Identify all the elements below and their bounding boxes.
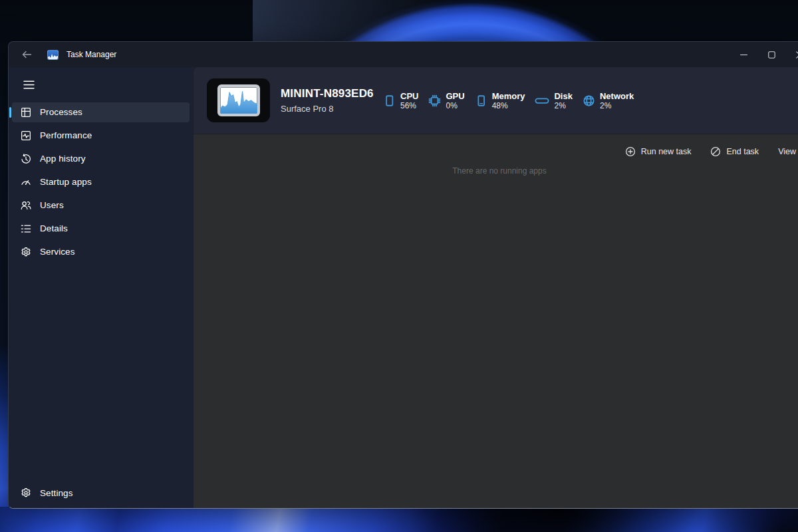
device-header: MININT-N893ED6 Surface Pro 8 CPU 56% — [194, 67, 798, 134]
device-info: MININT-N893ED6 Surface Pro 8 — [281, 87, 375, 114]
cpu-icon — [383, 94, 396, 107]
gpu-icon — [428, 94, 441, 107]
network-globe-icon — [583, 94, 595, 107]
window-title: Task Manager — [66, 50, 116, 59]
stat-cpu: CPU 56% — [383, 91, 418, 110]
titlebar: Task Manager — [9, 42, 798, 67]
sidebar-item-label: Processes — [40, 107, 82, 117]
sidebar-item-services[interactable]: Services — [12, 242, 190, 262]
plus-circle-icon — [625, 146, 636, 157]
sidebar-item-label: Settings — [40, 488, 73, 498]
minimize-icon — [740, 51, 747, 59]
sidebar-item-startup-apps[interactable]: Startup apps — [12, 172, 190, 192]
app-history-clock-icon — [21, 154, 31, 164]
wallpaper-bottom-waves — [0, 507, 798, 532]
sidebar-item-app-history[interactable]: App history — [12, 149, 190, 169]
sidebar-spacer — [9, 263, 194, 481]
run-new-task-button[interactable]: Run new task — [620, 144, 697, 160]
sidebar-item-users[interactable]: Users — [12, 196, 190, 215]
stat-network: Network 2% — [583, 91, 634, 110]
view-button[interactable]: View — [773, 144, 798, 159]
sidebar-item-label: Startup apps — [40, 177, 92, 187]
device-model: Surface Pro 8 — [281, 104, 375, 114]
monitor-chart-icon — [217, 84, 260, 116]
sidebar-item-processes[interactable]: Processes — [12, 102, 190, 122]
sidebar-item-details[interactable]: Details — [12, 219, 190, 239]
task-manager-app-icon — [207, 78, 270, 122]
stat-value: 56% — [400, 101, 418, 110]
stat-value: 2% — [554, 101, 572, 110]
sidebar-item-label: Details — [40, 223, 68, 233]
sidebar-item-label: Services — [40, 247, 75, 257]
back-button[interactable] — [15, 45, 38, 65]
disk-icon — [535, 94, 549, 107]
maximize-icon — [768, 51, 775, 59]
hamburger-icon — [23, 80, 35, 89]
minimize-button[interactable] — [730, 42, 757, 67]
back-arrow-icon — [22, 51, 32, 59]
navigation-sidebar: Processes Performance App history — [9, 67, 194, 509]
device-name: MININT-N893ED6 — [281, 87, 375, 100]
memory-icon — [475, 94, 487, 107]
startup-gauge-icon — [21, 177, 31, 188]
stat-label: CPU — [400, 91, 418, 101]
stat-label: Memory — [492, 91, 525, 101]
stat-gpu: GPU 0% — [428, 91, 464, 110]
resource-stats: CPU 56% GPU — [383, 91, 644, 110]
task-manager-logo-icon — [47, 50, 59, 60]
empty-state-message: There are no running apps — [194, 166, 798, 176]
processes-toolbar: Run new task End task View — [194, 134, 798, 160]
maximize-button[interactable] — [757, 42, 785, 67]
details-list-icon — [21, 223, 31, 234]
users-icon — [21, 200, 31, 211]
close-button[interactable] — [785, 42, 798, 67]
nav-list: Processes Performance App history — [9, 100, 194, 263]
stat-value: 48% — [492, 101, 525, 110]
sidebar-item-label: Performance — [40, 130, 92, 140]
performance-pulse-icon — [21, 130, 31, 141]
end-task-label: End task — [726, 147, 759, 156]
view-label: View — [778, 147, 796, 156]
sidebar-item-performance[interactable]: Performance — [12, 126, 190, 146]
services-gear-icon — [21, 247, 31, 257]
sidebar-item-settings[interactable]: Settings — [12, 483, 190, 503]
sidebar-item-label: Users — [40, 200, 64, 210]
slash-circle-icon — [710, 146, 721, 157]
main-panel: MININT-N893ED6 Surface Pro 8 CPU 56% — [194, 67, 798, 509]
stat-value: 2% — [600, 101, 634, 110]
stat-label: Network — [600, 91, 634, 101]
wallpaper-bloom-highlight — [253, 0, 692, 43]
sidebar-item-label: App history — [40, 154, 86, 164]
stat-label: GPU — [446, 91, 464, 101]
run-new-task-label: Run new task — [641, 147, 692, 156]
nav-menu-button[interactable] — [17, 74, 41, 95]
stat-label: Disk — [554, 91, 572, 101]
processes-grid-icon — [21, 107, 31, 118]
processes-content: Run new task End task View There are no … — [194, 134, 798, 509]
end-task-button[interactable]: End task — [705, 144, 764, 160]
stat-value: 0% — [446, 101, 464, 110]
task-manager-window: Task Manager — [8, 41, 798, 509]
close-icon — [796, 51, 798, 59]
stat-disk: Disk 2% — [535, 91, 572, 110]
window-controls — [730, 42, 798, 67]
stat-memory: Memory 48% — [475, 91, 525, 110]
settings-gear-icon — [21, 487, 31, 498]
